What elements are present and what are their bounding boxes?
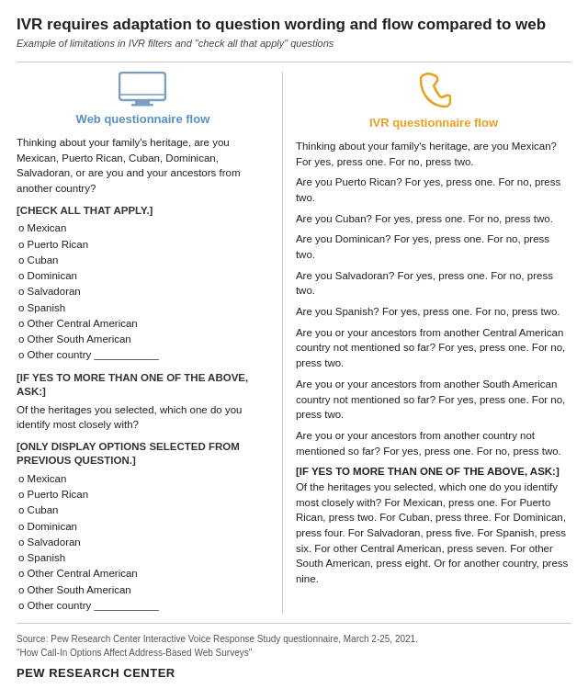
web-question-intro: Thinking about your family's heritage, a… [17, 135, 269, 197]
web-section2-label: [IF YES TO MORE THAN ONE OF THE ABOVE, A… [17, 371, 269, 400]
web-column: Web questionnaire flow Thinking about yo… [17, 72, 283, 614]
list-item: o Mexican [17, 471, 269, 487]
phone-icon [416, 72, 451, 110]
list-item: o Other Central American [17, 566, 269, 581]
list-item: o Other South American [17, 332, 269, 347]
list-item: o Other country ___________ [17, 347, 269, 363]
web-section3-list: o Mexicano Puerto Ricano Cubano Dominica… [17, 471, 269, 614]
web-section2-text: Of the heritages you selected, which one… [17, 402, 269, 433]
web-header: Web questionnaire flow [17, 72, 269, 126]
list-item: o Puerto Rican [17, 487, 269, 502]
svg-rect-1 [135, 100, 150, 104]
list-item: o Salvadoran [17, 535, 269, 550]
list-item: o Dominican [17, 519, 269, 535]
list-item: o Salvadoran [17, 284, 269, 299]
ivr-questions-list: Thinking about your family's heritage, a… [296, 139, 571, 586]
ivr-question-2: Are you Puerto Rican? For yes, press one… [296, 175, 571, 205]
pew-logo: PEW RESEARCH CENTER [17, 665, 571, 683]
footer-source: Source: Pew Research Center Interactive … [17, 633, 571, 647]
list-item: o Spanish [17, 300, 269, 316]
svg-rect-0 [119, 73, 165, 100]
list-item: o Other South American [17, 582, 269, 598]
list-item: o Dominican [17, 268, 269, 284]
list-item: o Mexican [17, 220, 269, 236]
list-item: o Spanish [17, 550, 269, 566]
list-item: o Other Central American [17, 316, 269, 332]
svg-rect-2 [131, 104, 153, 107]
subtitle: Example of limitations in IVR filters an… [17, 38, 571, 49]
list-item: o Cuban [17, 502, 269, 518]
ivr-question-3: Are you Cuban? For yes, press one. For n… [296, 211, 571, 227]
ivr-question-10: [IF YES TO MORE THAN ONE OF THE ABOVE, A… [296, 464, 571, 586]
list-item: o Cuban [17, 253, 269, 268]
ivr-header: IVR questionnaire flow [296, 72, 571, 130]
ivr-question-8: Are you or your ancestors from another S… [296, 377, 571, 423]
ivr-question-4: Are you Dominican? For yes, press one. F… [296, 231, 571, 262]
monitor-icon [119, 72, 166, 107]
web-heading: Web questionnaire flow [76, 112, 210, 126]
ivr-question-1: Thinking about your family's heritage, a… [296, 139, 571, 169]
ivr-question-5: Are you Salvadoran? For yes, press one. … [296, 268, 571, 299]
ivr-heading: IVR questionnaire flow [369, 116, 498, 130]
ivr-question-6: Are you Spanish? For yes, press one. For… [296, 304, 571, 320]
list-item: o Other country ___________ [17, 598, 269, 614]
web-section1-list: o Mexicano Puerto Ricano Cubano Dominica… [17, 220, 269, 363]
footer-note: "How Call-In Options Affect Address-Base… [17, 647, 571, 660]
list-item: o Puerto Rican [17, 237, 269, 253]
ivr-column: IVR questionnaire flow Thinking about yo… [283, 72, 571, 614]
footer: Source: Pew Research Center Interactive … [17, 633, 571, 683]
ivr-question-7: Are you or your ancestors from another C… [296, 325, 571, 371]
main-title: IVR requires adaptation to question word… [17, 15, 571, 35]
web-section3-label: [ONLY DISPLAY OPTIONS SELECTED FROM PREV… [17, 440, 269, 469]
ivr-question-9: Are you or your ancestors from another c… [296, 428, 571, 458]
web-section1-label: [CHECK ALL THAT APPLY.] [17, 204, 269, 219]
